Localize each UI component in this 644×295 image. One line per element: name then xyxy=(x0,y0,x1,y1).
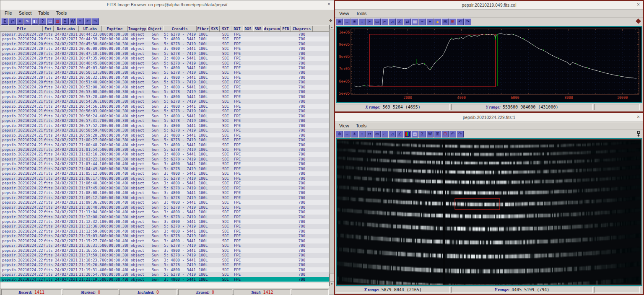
close-icon[interactable]: × xyxy=(637,2,640,8)
slope-icon[interactable]: ∠ xyxy=(396,18,403,25)
sum-icon[interactable]: Σ xyxy=(419,131,426,137)
zoom-fit-icon[interactable]: ✳ xyxy=(351,131,358,137)
plot-menu-tools[interactable]: Tools xyxy=(356,11,367,16)
browser-menu-file[interactable]: File xyxy=(5,10,12,16)
collapse-icon[interactable]: − xyxy=(419,18,426,25)
table-row[interactable]: pepsib.20210224.226fits24/02/202121:16:5… xyxy=(0,248,329,253)
eraser-icon[interactable]: ◧ xyxy=(31,18,39,25)
table-row[interactable]: pepsir.20210224.209fits24/02/202120:51:4… xyxy=(0,80,329,85)
column-header-date-obs[interactable]: Date-obs xyxy=(54,26,79,31)
region-icon[interactable]: ▭ xyxy=(374,18,381,25)
undo-icon[interactable]: ↶ xyxy=(449,131,456,137)
table-row[interactable]: pepsib.20210224.228fits24/02/202121:19:5… xyxy=(0,267,329,272)
table-row[interactable]: pepsib.20210224.209fits24/02/202120:52:0… xyxy=(0,85,329,89)
table-row[interactable]: pepsib.20210224.225fits24/02/202121:15:2… xyxy=(0,238,329,243)
column-header-dxt[interactable]: DXT xyxy=(231,26,243,31)
image-titlebar[interactable]: pepsib.20210224.229.fits:1 × xyxy=(335,113,643,122)
table-row[interactable]: pepsir.20210224.213fits24/02/202120:57:3… xyxy=(0,118,329,123)
tile-marked-icon[interactable]: ⊞ xyxy=(449,18,456,25)
table-row[interactable]: pepsib.20210224.218fits24/02/202121:05:1… xyxy=(0,171,329,176)
tile-view-icon[interactable]: ⊞ xyxy=(441,18,449,25)
axes-icon[interactable]: ⊿ xyxy=(389,18,396,25)
pan-icon[interactable]: ⊕ xyxy=(336,18,343,25)
print-icon[interactable]: ▤ xyxy=(47,18,54,25)
table-row[interactable]: pepsib.20210224.211fits24/02/202120:54:5… xyxy=(0,104,329,109)
table-row[interactable]: pepsib.20210224.213fits24/02/202120:57:5… xyxy=(0,123,329,128)
redo-icon[interactable]: ↷ xyxy=(464,18,471,25)
close-icon[interactable]: × xyxy=(637,114,640,120)
column-header-fiber[interactable]: Fiber xyxy=(197,26,210,31)
column-header-sxs[interactable]: SXS xyxy=(210,26,220,31)
tile-view-icon[interactable]: ⊞ xyxy=(434,131,441,137)
table-row[interactable]: pepsir.20210224.212fits24/02/202120:56:0… xyxy=(0,109,329,114)
table-row[interactable]: pepsir.20210224.228fits24/02/202121:19:2… xyxy=(0,263,329,267)
table-row[interactable]: pepsir.20210224.224fits24/02/202121:13:3… xyxy=(0,224,329,229)
table-row[interactable]: pepsib.20210224.205fits24/02/202120:46:0… xyxy=(0,46,329,51)
slope-icon[interactable]: ∠ xyxy=(396,131,403,137)
table-row[interactable]: pepsib.20210224.222fits24/02/202121:11:0… xyxy=(0,210,329,214)
vertical-scrollbar[interactable]: ▲ ▼ xyxy=(329,25,334,286)
table-row[interactable]: pepsir.20210224.211fits24/02/202120:54:3… xyxy=(0,99,329,104)
scrollbar-thumb[interactable] xyxy=(330,274,334,281)
profile-icon[interactable]: ⌐ xyxy=(381,18,388,25)
image-display[interactable] xyxy=(336,138,642,286)
column-header-file[interactable]: File xyxy=(0,26,43,31)
table-row[interactable]: pepsir.20210224.206fits24/02/202120:47:1… xyxy=(0,51,329,56)
column-header-exptime[interactable]: Exptime xyxy=(102,26,128,31)
table-row[interactable]: pepsir.20210224.204fits24/02/202120:44:2… xyxy=(0,32,329,36)
undo-icon[interactable]: ↶ xyxy=(84,18,91,25)
table-row[interactable]: pepsib.20210224.220fits24/02/202121:08:0… xyxy=(0,190,329,195)
table-row[interactable]: pepsir.20210224.219fits24/02/202121:06:1… xyxy=(0,176,329,181)
table-row[interactable]: pepsir.20210224.218fits24/02/202121:04:4… xyxy=(0,166,329,171)
crosshair-icon[interactable]: + xyxy=(426,18,434,25)
pan-icon[interactable]: ⊕ xyxy=(336,131,343,137)
plot-titlebar[interactable]: pepsir.20210219.049.fits.col × xyxy=(335,1,643,10)
sum-rows-icon[interactable]: Σ xyxy=(1,18,8,25)
column-plot[interactable]: 2000400060008000100005e+056e+057e+058e+0… xyxy=(337,27,641,102)
table-row[interactable]: pepsib.20210224.219fits24/02/202121:06:4… xyxy=(0,181,329,186)
refresh-icon[interactable]: ⇄ xyxy=(404,18,411,25)
redo-icon[interactable]: ↷ xyxy=(92,18,99,25)
table-row[interactable]: pepsib.20210224.212fits24/02/202120:56:2… xyxy=(0,114,329,118)
plot-display[interactable]: 2000400060008000100005e+056e+057e+058e+0… xyxy=(336,26,642,103)
table-row[interactable]: pepsib.20210224.227fits24/02/202121:18:2… xyxy=(0,258,329,262)
column-header-chapress[interactable]: Chapress xyxy=(291,26,313,31)
undo-icon[interactable]: ↶ xyxy=(457,18,464,25)
table-row[interactable]: pepsir.20210224.226fits24/02/202121:16:3… xyxy=(0,243,329,248)
column-header-crosdis[interactable]: Crosdis xyxy=(163,26,197,31)
table-row[interactable]: pepsir.20210224.220fits24/02/202121:07:4… xyxy=(0,186,329,190)
table-row[interactable]: pepsib.20210224.215fits24/02/202121:00:4… xyxy=(0,142,329,147)
table-row[interactable]: pepsib.20210224.216fits24/02/202121:02:1… xyxy=(0,152,329,157)
flip-vertical-icon[interactable]: ↕ xyxy=(358,131,366,137)
wave-icon[interactable]: W xyxy=(69,18,76,25)
print-icon[interactable]: ▤ xyxy=(411,131,418,137)
table-row[interactable]: pepsir.20210224.229fits24/02/202121:20:5… xyxy=(0,272,329,277)
table-row[interactable]: pepsir.20210224.205fits24/02/202120:45:5… xyxy=(0,41,329,46)
table-row[interactable]: pepsir.20210224.223fits24/02/202121:12:0… xyxy=(0,215,329,219)
table-row[interactable]: pepsib.20210224.207fits24/02/202120:49:0… xyxy=(0,65,329,70)
table-row[interactable]: pepsib.20210224.229fits24/02/202121:21:1… xyxy=(0,277,329,282)
columns-icon[interactable]: ≡ xyxy=(77,18,84,25)
scroll-down-icon[interactable]: ▼ xyxy=(330,282,334,286)
table-row[interactable]: pepsib.20210224.204fits24/02/202120:44:3… xyxy=(0,36,329,41)
table-row[interactable]: pepsir.20210224.225fits24/02/202121:15:0… xyxy=(0,234,329,238)
table-row[interactable]: pepsib.20210224.206fits24/02/202120:47:3… xyxy=(0,56,329,60)
swap-icon[interactable]: ⇄ xyxy=(9,18,16,25)
marker-icon[interactable]: ✎ xyxy=(24,18,31,25)
table-row[interactable]: pepsib.20210224.223fits24/02/202121:12:3… xyxy=(0,219,329,224)
position-crosshair-icon[interactable]: ⌖ xyxy=(329,17,332,23)
table-row[interactable]: pepsir.20210224.210fits24/02/202120:53:0… xyxy=(0,90,329,94)
table-row[interactable]: pepsir.20210224.227fits24/02/202121:17:5… xyxy=(0,253,329,258)
cut-icon[interactable]: ✂ xyxy=(366,131,373,137)
column-header-snr[interactable]: SNR xyxy=(253,26,263,31)
column-header-dxs[interactable]: DXS xyxy=(243,26,253,31)
sparkle-icon[interactable]: ✳ xyxy=(16,18,23,25)
table-row[interactable]: pepsir.20210224.217fits24/02/202121:03:2… xyxy=(0,157,329,161)
grid-marked-icon[interactable]: ▦ xyxy=(54,18,61,25)
zoom-fit-icon[interactable]: ✳ xyxy=(351,18,358,25)
rgb-display-icon[interactable] xyxy=(404,131,411,137)
column-header-sxt[interactable]: SXT xyxy=(220,26,231,31)
table-row[interactable]: pepsir.20210224.208fits24/02/202120:50:1… xyxy=(0,70,329,75)
table-row[interactable]: pepsib.20210224.210fits24/02/202120:53:2… xyxy=(0,94,329,99)
axes-icon[interactable]: ⊿ xyxy=(389,131,396,137)
